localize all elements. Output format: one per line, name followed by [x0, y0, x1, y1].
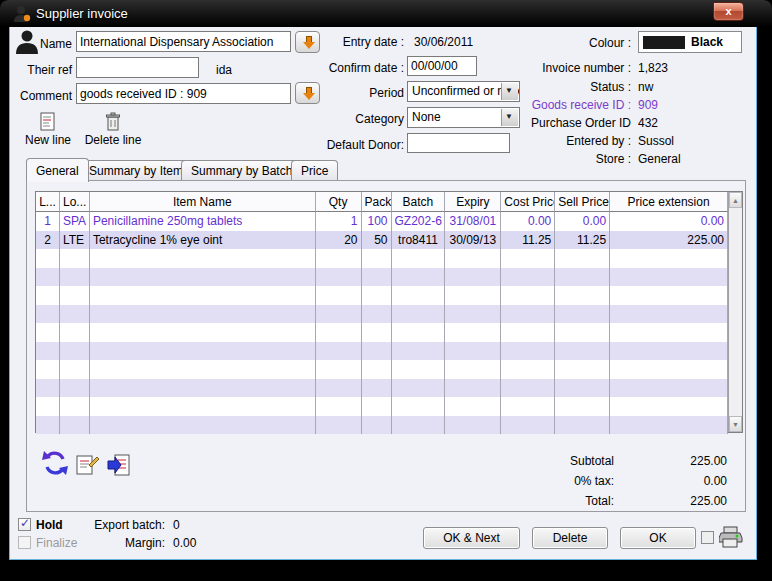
table-cell [555, 249, 610, 268]
table-row[interactable]: 2LTETetracycline 1% eye oint2050tro84113… [36, 231, 728, 250]
column-header[interactable]: Cost Price [501, 192, 555, 212]
table-cell[interactable]: 0.00 [501, 212, 555, 231]
printer-icon[interactable] [719, 526, 743, 548]
table-cell[interactable]: 50 [362, 231, 392, 250]
table-cell [316, 249, 362, 268]
comment-expand-button[interactable] [295, 82, 320, 104]
column-header[interactable]: Lo... [60, 192, 90, 212]
subtotal-value: 225.00 [641, 454, 727, 468]
table-cell [445, 286, 501, 305]
refresh-lines-icon[interactable] [41, 449, 69, 477]
delete-line-button[interactable]: Delete line [80, 112, 146, 147]
table-cell[interactable]: 100 [362, 212, 392, 231]
finalize-checkbox[interactable]: ✓ [18, 536, 31, 549]
table-cell[interactable]: 11.25 [555, 231, 610, 250]
column-header[interactable]: Expiry [445, 192, 501, 212]
edit-document-icon[interactable] [75, 453, 99, 477]
column-header[interactable]: Batch [392, 192, 446, 212]
entry-date-label: Entry date : [290, 35, 404, 49]
delete-button[interactable]: Delete [532, 527, 608, 549]
table-cell[interactable]: tro8411 [392, 231, 446, 250]
table-cell [610, 360, 728, 379]
tab-price[interactable]: Price [291, 160, 338, 182]
table-cell [445, 305, 501, 324]
table-cell[interactable]: LTE [60, 231, 90, 250]
table-cell[interactable]: 20 [316, 231, 362, 250]
their-ref-input[interactable] [76, 57, 199, 78]
column-header[interactable]: Item Name [90, 192, 316, 212]
column-header[interactable]: L... [36, 192, 60, 212]
tab-summary-by-batch[interactable]: Summary by Batch [181, 160, 302, 182]
entered-by-value: Sussol [638, 134, 674, 148]
table-cell [610, 379, 728, 398]
goods-receive-id-value[interactable]: 909 [638, 98, 658, 112]
table-cell [501, 360, 555, 379]
table-cell [555, 286, 610, 305]
table-cell[interactable]: 225.00 [610, 231, 728, 250]
table-cell [316, 379, 362, 398]
tax-value: 0.00 [641, 474, 727, 488]
table-cell [392, 416, 446, 435]
table-cell[interactable]: 30/09/13 [445, 231, 501, 250]
scroll-down-icon[interactable]: ▼ [729, 416, 742, 432]
table-cell[interactable]: GZ202-6 [392, 212, 446, 231]
table-cell [90, 305, 316, 324]
table-cell[interactable]: 2 [36, 231, 60, 250]
entry-date-value: 30/06/2011 [414, 35, 473, 49]
new-line-icon [39, 112, 57, 132]
hold-checkbox[interactable]: ✓ [18, 518, 31, 531]
table-cell [362, 342, 392, 361]
default-donor-label: Default Donor: [290, 138, 404, 152]
hold-label: Hold [36, 518, 63, 532]
table-cell[interactable]: 31/08/01 [445, 212, 501, 231]
new-line-button[interactable]: New line [20, 112, 76, 147]
supplier-invoice-icon [12, 4, 32, 24]
table-cell [362, 305, 392, 324]
table-cell [610, 342, 728, 361]
table-cell [501, 342, 555, 361]
table-cell[interactable]: Tetracycline 1% eye oint [90, 231, 316, 250]
column-header[interactable]: Price extension [610, 192, 728, 212]
table-cell [610, 305, 728, 324]
table-cell[interactable]: SPA [60, 212, 90, 231]
table-row [36, 342, 728, 361]
table-cell [316, 416, 362, 435]
print-checkbox[interactable] [701, 531, 714, 544]
table-cell [610, 286, 728, 305]
table-header-row[interactable]: L...Lo...Item NameQtyPackBatchExpiryCost… [36, 192, 728, 212]
name-input[interactable] [76, 31, 291, 52]
column-header[interactable]: Qty [316, 192, 362, 212]
table-row [36, 268, 728, 287]
table-scrollbar[interactable]: ▲ ▼ [728, 192, 742, 432]
table-cell [501, 268, 555, 287]
title-bar[interactable]: Supplier invoice x [0, 0, 772, 27]
table-cell[interactable]: Penicillamine 250mg tablets [90, 212, 316, 231]
comment-input[interactable] [76, 83, 291, 104]
table-cell [501, 379, 555, 398]
table-cell[interactable]: 1 [36, 212, 60, 231]
table-cell [362, 379, 392, 398]
table-cell[interactable]: 11.25 [501, 231, 555, 250]
scroll-up-icon[interactable]: ▲ [729, 192, 742, 208]
import-lines-icon[interactable] [107, 453, 131, 477]
tab-general[interactable]: General [26, 158, 89, 182]
colour-select[interactable]: Black [638, 31, 742, 53]
ok-and-next-button[interactable]: OK & Next [423, 527, 520, 549]
ok-button[interactable]: OK [620, 527, 696, 549]
close-icon[interactable]: x [713, 2, 744, 21]
table-cell [90, 268, 316, 287]
table-cell [392, 397, 446, 416]
tab-summary-by-item[interactable]: Summary by Item [79, 160, 193, 182]
column-header[interactable]: Sell Price [555, 192, 610, 212]
table-cell[interactable]: 0.00 [610, 212, 728, 231]
margin-value: 0.00 [173, 536, 196, 550]
table-cell[interactable]: 1 [316, 212, 362, 231]
table-cell [445, 249, 501, 268]
total-value: 225.00 [641, 494, 727, 508]
column-header[interactable]: Pack [362, 192, 392, 212]
table-cell[interactable]: 0.00 [555, 212, 610, 231]
table-row[interactable]: 1SPAPenicillamine 250mg tablets1100GZ202… [36, 212, 728, 231]
table-cell [392, 360, 446, 379]
colour-swatch [643, 36, 685, 49]
tab-summary-by-batch-label: Summary by Batch [191, 164, 292, 178]
